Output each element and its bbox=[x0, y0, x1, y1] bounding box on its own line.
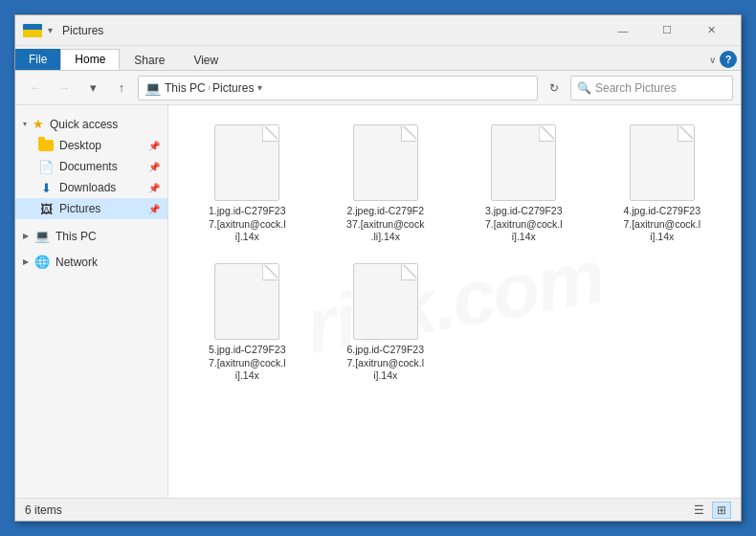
this-pc-header[interactable]: ▶ 💻 This PC bbox=[15, 225, 167, 247]
file-corner-fold-2 bbox=[404, 125, 417, 139]
title-bar-controls: — ☐ ✕ bbox=[601, 15, 733, 46]
content-area: ▾ ★ Quick access Desktop 📌 📄 Documents 📌 bbox=[15, 105, 741, 498]
downloads-icon: ⬇ bbox=[38, 180, 54, 195]
thispc-expand-icon: ▶ bbox=[23, 232, 29, 240]
refresh-button[interactable]: ↻ bbox=[542, 76, 567, 100]
file-item-5[interactable]: 5.jpg.id-C279F23 7.[axitrun@cock.l i].14… bbox=[182, 257, 313, 389]
quick-access-label: Quick access bbox=[50, 118, 118, 131]
breadcrumb-pictures: Pictures bbox=[212, 81, 254, 95]
address-bar[interactable]: 💻 This PC › Pictures ▾ bbox=[138, 76, 538, 100]
file-icon-3 bbox=[491, 124, 556, 201]
file-name-2: 2.jpeg.id-C279F2 37.[axitrun@cock .li].1… bbox=[346, 205, 424, 244]
sidebar-label-documents: Documents bbox=[59, 160, 118, 173]
status-bar: 6 items ☰ ⊞ bbox=[15, 498, 741, 521]
ribbon-chevron-icon[interactable]: ∨ bbox=[709, 55, 716, 65]
file-corner-fold-5 bbox=[265, 264, 278, 278]
files-grid: 1.jpg.id-C279F23 7.[axitrun@cock.l i].14… bbox=[178, 115, 731, 392]
maximize-button[interactable]: ☐ bbox=[645, 15, 689, 46]
title-arrow: ▾ bbox=[48, 25, 53, 35]
tab-share[interactable]: Share bbox=[120, 49, 179, 70]
explorer-window: ▾ Pictures — ☐ ✕ File Home Share View ∨ … bbox=[14, 14, 742, 522]
file-item-3[interactable]: 3.jpg.id-C279F23 7.[axitrun@cock.l i].14… bbox=[458, 119, 589, 250]
address-chevron-icon[interactable]: ▾ bbox=[257, 82, 262, 93]
folder-icon-strip bbox=[23, 24, 42, 37]
network-label: Network bbox=[56, 256, 98, 269]
pin-icon-docs: 📌 bbox=[148, 162, 160, 172]
file-corner-fold-1 bbox=[265, 125, 278, 139]
file-item-1[interactable]: 1.jpg.id-C279F23 7.[axitrun@cock.l i].14… bbox=[182, 119, 313, 250]
item-count: 6 items bbox=[25, 503, 62, 517]
file-area: risk.com 1.jpg.id-C279F23 7.[axitrun@coc… bbox=[168, 105, 741, 498]
file-name-1: 1.jpg.id-C279F23 7.[axitrun@cock.l i].14… bbox=[209, 205, 286, 244]
file-icon-5 bbox=[214, 263, 279, 340]
minimize-button[interactable]: — bbox=[601, 15, 645, 46]
file-icon-1 bbox=[214, 124, 279, 201]
back-button[interactable]: ← bbox=[23, 76, 48, 100]
window-title: Pictures bbox=[62, 24, 103, 37]
grid-view-button[interactable]: ⊞ bbox=[712, 502, 731, 519]
nav-bar: ← → ▾ ↑ 💻 This PC › Pictures ▾ ↻ 🔍 Searc… bbox=[15, 71, 741, 105]
this-pc-label: This PC bbox=[56, 230, 97, 243]
file-name-6: 6.jpg.id-C279F23 7.[axitrun@cock.l i].14… bbox=[346, 344, 424, 383]
tab-home[interactable]: Home bbox=[60, 49, 120, 70]
sidebar-item-desktop[interactable]: Desktop 📌 bbox=[15, 135, 167, 156]
breadcrumb: 💻 This PC › Pictures ▾ bbox=[145, 80, 262, 96]
network-header[interactable]: ▶ 🌐 Network bbox=[15, 251, 167, 273]
desktop-icon bbox=[38, 138, 54, 153]
view-toggle: ☰ ⊞ bbox=[689, 502, 731, 519]
file-icon-4 bbox=[630, 124, 695, 201]
sidebar-label-desktop: Desktop bbox=[59, 139, 101, 152]
tab-view[interactable]: View bbox=[179, 49, 233, 70]
network-expand-icon: ▶ bbox=[23, 257, 29, 266]
file-corner-fold-6 bbox=[404, 264, 417, 278]
list-view-button[interactable]: ☰ bbox=[689, 502, 708, 519]
file-icon-2 bbox=[353, 124, 418, 201]
title-bar-left: ▾ Pictures bbox=[23, 24, 601, 37]
history-dropdown-button[interactable]: ▾ bbox=[80, 76, 105, 100]
file-name-3: 3.jpg.id-C279F23 7.[axitrun@cock.l i].14… bbox=[485, 205, 563, 244]
expand-icon: ▾ bbox=[23, 120, 27, 128]
documents-icon: 📄 bbox=[38, 159, 54, 174]
file-corner-fold-3 bbox=[542, 125, 555, 139]
breadcrumb-thispc: This PC bbox=[165, 81, 206, 95]
ribbon-tabs: File Home Share View ∨ ? bbox=[15, 46, 741, 71]
file-corner-fold-4 bbox=[680, 125, 694, 139]
ribbon-right: ∨ ? bbox=[709, 51, 741, 70]
tab-file[interactable]: File bbox=[15, 49, 60, 70]
file-item-2[interactable]: 2.jpeg.id-C279F2 37.[axitrun@cock .li].1… bbox=[321, 119, 452, 250]
sidebar: ▾ ★ Quick access Desktop 📌 📄 Documents 📌 bbox=[15, 105, 168, 498]
close-button[interactable]: ✕ bbox=[689, 15, 733, 46]
sidebar-label-downloads: Downloads bbox=[59, 181, 116, 194]
folder-yellow-icon bbox=[38, 140, 54, 151]
title-bar: ▾ Pictures — ☐ ✕ bbox=[15, 15, 741, 46]
breadcrumb-separator: › bbox=[208, 82, 211, 93]
sidebar-label-pictures: Pictures bbox=[59, 202, 100, 215]
sidebar-item-pictures[interactable]: 🖼 Pictures 📌 bbox=[15, 198, 167, 219]
search-input[interactable]: Search Pictures bbox=[595, 81, 677, 95]
up-button[interactable]: ↑ bbox=[109, 76, 134, 100]
sidebar-item-documents[interactable]: 📄 Documents 📌 bbox=[15, 156, 167, 177]
file-icon-6 bbox=[353, 263, 418, 340]
sidebar-item-downloads[interactable]: ⬇ Downloads 📌 bbox=[15, 177, 167, 198]
search-icon: 🔍 bbox=[577, 81, 591, 95]
title-icon bbox=[23, 24, 42, 37]
pictures-icon: 🖼 bbox=[38, 201, 54, 216]
file-item-4[interactable]: 4.jpg.id-C279F23 7.[axitrun@cock.l i].14… bbox=[597, 119, 728, 250]
pin-icon: 📌 bbox=[148, 141, 160, 151]
pin-icon-dl: 📌 bbox=[148, 183, 160, 193]
file-item-6[interactable]: 6.jpg.id-C279F23 7.[axitrun@cock.l i].14… bbox=[321, 257, 452, 389]
pin-icon-pic: 📌 bbox=[148, 204, 160, 214]
file-name-4: 4.jpg.id-C279F23 7.[axitrun@cock.l i].14… bbox=[623, 205, 700, 244]
file-name-5: 5.jpg.id-C279F23 7.[axitrun@cock.l i].14… bbox=[209, 344, 286, 383]
forward-button[interactable]: → bbox=[52, 76, 77, 100]
quick-access-header[interactable]: ▾ ★ Quick access bbox=[15, 113, 167, 135]
search-bar[interactable]: 🔍 Search Pictures bbox=[570, 76, 733, 100]
help-button[interactable]: ? bbox=[720, 51, 737, 68]
